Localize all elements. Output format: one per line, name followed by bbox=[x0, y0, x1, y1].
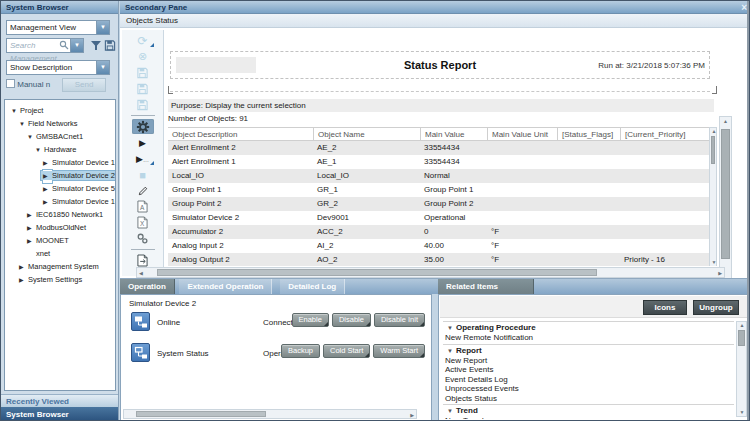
table-row[interactable]: Analog Input 2AI_240.00°F bbox=[168, 239, 717, 253]
chevron-down-icon[interactable]: ▼ bbox=[70, 39, 83, 52]
export-pdf-icon[interactable]: A bbox=[132, 199, 154, 214]
operation-horizontal-scrollbar[interactable]: ▶ bbox=[123, 409, 417, 419]
group-expanded-icon[interactable]: ▼ bbox=[443, 346, 456, 356]
enable-button[interactable]: Enable bbox=[292, 313, 329, 327]
ungroup-button[interactable]: Ungroup bbox=[693, 300, 739, 315]
table-row[interactable]: Local_IOLocal_IONormal bbox=[168, 169, 717, 183]
scroll-right-icon[interactable]: ▶ bbox=[718, 271, 722, 276]
disable-init-button[interactable]: Disable Init bbox=[374, 313, 425, 327]
scroll-down-icon[interactable]: ▼ bbox=[712, 260, 717, 265]
related-items-scrollbar[interactable]: ▲ ▼ bbox=[736, 321, 747, 417]
icons-button[interactable]: Icons bbox=[643, 300, 687, 315]
backup-button[interactable]: Backup bbox=[281, 344, 320, 358]
selection-handle-left[interactable] bbox=[168, 86, 173, 94]
recently-viewed-bar[interactable]: Recently Viewed bbox=[1, 394, 118, 407]
tree-item-xnet[interactable]: xnet bbox=[5, 247, 115, 260]
table-row[interactable]: Alert Enrollment 1AE_133554434 bbox=[168, 155, 717, 169]
operation-hscroll-thumb[interactable] bbox=[136, 411, 266, 417]
column-header-current-priority[interactable]: [Current_Priority] bbox=[620, 128, 709, 140]
filter-icon[interactable] bbox=[90, 38, 102, 56]
tree-item-simulator-device-2[interactable]: ▶Simulator Device 2 bbox=[5, 169, 115, 182]
related-item-new-trend[interactable]: New Trend bbox=[443, 416, 734, 419]
tree-item-gmsbacnet1[interactable]: ▼GMSBACnet1 bbox=[5, 130, 115, 143]
edit-pencil-icon[interactable] bbox=[132, 183, 154, 198]
tree-item-simulator-device-50[interactable]: ▶Simulator Device 50 bbox=[5, 182, 115, 195]
view-selector-dropdown[interactable]: Management View ▼ bbox=[6, 20, 110, 35]
table-row[interactable]: Analog Output 2AO_235.00°FPriority - 16 bbox=[168, 253, 717, 266]
table-row[interactable]: Simulator Device 2Dev9001Operational bbox=[168, 211, 717, 225]
related-item-event-details-log[interactable]: Event Details Log bbox=[443, 375, 734, 385]
manual-checkbox[interactable] bbox=[6, 79, 15, 88]
related-item-new-report[interactable]: New Report bbox=[443, 356, 734, 366]
tree-collapsed-icon[interactable]: ▶ bbox=[19, 274, 28, 287]
column-header-main-value-unit[interactable]: Main Value Unit bbox=[487, 128, 557, 140]
tab-objects-status[interactable]: Objects Status bbox=[120, 14, 750, 28]
svg-text:A: A bbox=[140, 204, 145, 211]
table-row[interactable]: Alert Enrollment 2AE_233554434 bbox=[168, 141, 717, 155]
selection-handle-right[interactable] bbox=[712, 86, 717, 94]
related-item-objects-status[interactable]: Objects Status bbox=[443, 394, 734, 404]
send-button[interactable]: Send bbox=[62, 78, 106, 92]
group-expanded-icon[interactable]: ▼ bbox=[443, 406, 456, 416]
scroll-right-icon[interactable]: ▶ bbox=[410, 413, 414, 418]
scroll-down-icon[interactable]: ▼ bbox=[740, 410, 745, 415]
report-header-block[interactable]: Status Report Run at: 3/21/2018 5:07:36 … bbox=[170, 51, 710, 79]
tab-operation[interactable]: Operation bbox=[120, 279, 175, 295]
related-group-operating-procedure[interactable]: ▼Operating Procedure bbox=[443, 323, 734, 333]
table-scrollbar-thumb[interactable] bbox=[711, 136, 715, 164]
tree-item-simulator-device-1[interactable]: ▶Simulator Device 1 bbox=[5, 156, 115, 169]
run-icon[interactable]: ▶ bbox=[132, 135, 154, 150]
related-group-report[interactable]: ▼Report bbox=[443, 346, 734, 356]
scroll-up-icon[interactable]: ▲ bbox=[712, 129, 717, 134]
table-scrollbar[interactable]: ▲ ▼ bbox=[709, 127, 717, 266]
system-browser-bottom-bar[interactable]: System Browser bbox=[1, 407, 118, 421]
secondary-pane-titlebar[interactable]: Secondary Pane × bbox=[120, 1, 750, 14]
tree-item-simulator-device-100[interactable]: ▶Simulator Device 100 bbox=[5, 195, 115, 208]
column-header-object-description[interactable]: Object Description bbox=[168, 128, 313, 140]
export-excel-icon[interactable]: X bbox=[132, 215, 154, 230]
warm-start-button[interactable]: Warm Start bbox=[373, 344, 425, 358]
table-row[interactable]: Accumulator 2ACC_20°F bbox=[168, 225, 717, 239]
tree-item-field-networks[interactable]: ▼Field Networks bbox=[5, 117, 115, 130]
report-hscroll-thumb[interactable] bbox=[157, 269, 597, 276]
column-header-main-value[interactable]: Main Value bbox=[420, 128, 487, 140]
group-expanded-icon[interactable]: ▼ bbox=[443, 323, 456, 333]
tab-detailed-log[interactable]: Detailed Log bbox=[280, 279, 345, 295]
tree-item-management-system[interactable]: ▶Management System bbox=[5, 260, 115, 273]
export-file-icon[interactable] bbox=[132, 253, 154, 268]
scroll-up-icon[interactable]: ▲ bbox=[740, 323, 745, 328]
tab-related-items[interactable]: Related Items bbox=[438, 279, 534, 295]
table-cell: GR_2 bbox=[313, 197, 420, 211]
report-vscroll-thumb[interactable] bbox=[721, 129, 730, 259]
table-row[interactable]: Group Point 2GR_2Group Point 2 bbox=[168, 197, 717, 211]
related-item-new-remote-notification[interactable]: New Remote Notification bbox=[443, 333, 734, 343]
tree-item-iec61850-network1[interactable]: ▶IEC61850 Network1 bbox=[5, 208, 115, 221]
tab-extended-operation[interactable]: Extended Operation bbox=[179, 279, 272, 295]
system-browser-titlebar[interactable]: System Browser bbox=[1, 1, 118, 14]
disable-button[interactable]: Disable bbox=[332, 313, 371, 327]
description-mode-dropdown[interactable]: Show Description ▼ bbox=[6, 60, 110, 75]
configure-gears-icon[interactable] bbox=[132, 231, 154, 246]
report-horizontal-scrollbar[interactable]: ◀ ▶ bbox=[136, 267, 725, 278]
tree-item-moonet[interactable]: ▶MOONET bbox=[5, 234, 115, 247]
related-item-active-events[interactable]: Active Events bbox=[443, 365, 734, 375]
scroll-left-icon[interactable]: ◀ bbox=[139, 271, 143, 276]
related-item-unprocessed-events[interactable]: Unprocessed Events bbox=[443, 384, 734, 394]
save-search-icon[interactable] bbox=[104, 38, 116, 56]
tree-item-system-settings[interactable]: ▶System Settings bbox=[5, 273, 115, 286]
chevron-down-icon[interactable]: ▼ bbox=[96, 61, 109, 74]
related-group-trend[interactable]: ▼Trend bbox=[443, 406, 734, 416]
search-input[interactable]: Search Management ▼ bbox=[6, 38, 84, 53]
related-scrollbar-thumb[interactable] bbox=[738, 330, 745, 346]
column-header-object-name[interactable]: Object Name bbox=[313, 128, 420, 140]
cold-start-button[interactable]: Cold Start bbox=[323, 344, 370, 358]
table-row[interactable]: Group Point 1GR_1Group Point 1 bbox=[168, 183, 717, 197]
scroll-up-icon[interactable]: ▲ bbox=[723, 119, 728, 124]
settings-gear-icon[interactable] bbox=[132, 119, 154, 134]
run-options-icon[interactable]: ▶… bbox=[132, 151, 154, 166]
column-header-status-flags[interactable]: [Status_Flags] bbox=[557, 128, 620, 140]
tree-item-project[interactable]: ▼Project bbox=[5, 104, 115, 117]
tree-item-modbusoldnet[interactable]: ▶ModbusOldNet bbox=[5, 221, 115, 234]
chevron-down-icon[interactable]: ▼ bbox=[96, 21, 109, 34]
tree-item-hardware[interactable]: ▼Hardware bbox=[5, 143, 115, 156]
